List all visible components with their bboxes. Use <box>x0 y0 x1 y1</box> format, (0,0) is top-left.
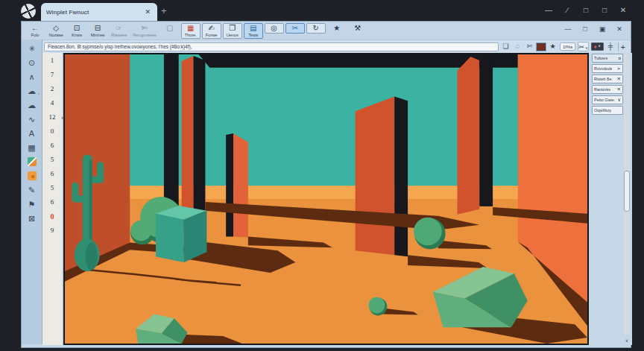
tab-close-icon[interactable]: ✕ <box>143 8 152 16</box>
toolbar-item-printer[interactable]: ▤Tews <box>244 23 263 39</box>
frame-restore-button[interactable]: □ <box>581 6 590 14</box>
window-tab[interactable]: Winplet Fwnuct ✕ <box>41 3 157 21</box>
gutter-number: 6 <box>42 167 62 181</box>
scrollbar-thumb[interactable] <box>624 171 630 212</box>
sidebar-tool-cloud-scene[interactable]: ☁▫ <box>25 85 39 97</box>
artwork-panel-c <box>356 96 408 256</box>
panel-item-0[interactable]: Tuboes¤ <box>592 54 623 63</box>
artwork-pillar-left <box>164 54 179 220</box>
desktop: { "window": { "tab_title": "Winplet Fwnu… <box>0 0 644 351</box>
app-window-controls: —□▣✕ <box>564 25 623 33</box>
export-page-icon[interactable]: ❏ <box>501 42 511 51</box>
sidebar-tool-image-frame[interactable]: ⊠ <box>25 212 39 224</box>
write-hand-icon: ✍ <box>208 24 214 33</box>
browser-logo-icon <box>21 4 36 19</box>
panel-item-3[interactable]: Rantorks✕ <box>592 85 623 94</box>
canvas-viewport[interactable] <box>63 53 589 345</box>
frame-maximize-button[interactable]: □ <box>600 6 609 14</box>
artwork-pillar-right <box>479 54 493 206</box>
panel-item-1[interactable]: Rovvdods➢ <box>592 64 623 73</box>
pen-icon: ✎ <box>28 186 35 195</box>
toolbar-item-tools[interactable]: ⚒ <box>348 23 367 34</box>
toolbar-item-back[interactable]: ←Folv <box>25 23 45 39</box>
panel-scrollbar[interactable] <box>624 54 630 335</box>
gutter-number: 2 <box>42 82 62 96</box>
app-restore-button[interactable]: □ <box>581 25 589 33</box>
gutter-number: 1 <box>42 54 62 68</box>
toolbar-item-pointer-hand[interactable]: ☞Riawses <box>109 23 129 39</box>
toolbar-item-write-hand[interactable]: ✍Forwe <box>202 23 221 39</box>
color-swatch[interactable] <box>537 43 546 51</box>
toolbar-item-grid-red[interactable]: ▦Thore. <box>181 23 201 39</box>
panel-item-label: Risteh 8e; <box>594 77 613 81</box>
sidebar-tool-cloud[interactable]: ☁ <box>25 99 39 111</box>
toolbar-item-target[interactable]: ◎ <box>265 23 284 34</box>
lasso-icon[interactable]: ◌ <box>513 42 523 51</box>
toolbar-item-shape-diamond[interactable]: ◇Nozase <box>46 23 66 39</box>
panel-item-5[interactable]: Oojefiboy <box>592 106 623 115</box>
scissors-icon: ✄ <box>142 24 148 33</box>
frame-close-button[interactable]: ✕ <box>619 6 628 14</box>
cloud-icon: ☁ <box>28 101 36 110</box>
toolbar-item-cut-blue[interactable]: ✂ <box>285 23 305 34</box>
app-window: ←Folv◇Nozase⊡Knws⊟Mmnes☞Riawses✄Rengonse… <box>21 21 631 348</box>
toolbar-item-copy-window[interactable]: ❐Uenos <box>223 23 242 39</box>
add-button[interactable]: + <box>621 42 625 51</box>
app-maximize-button[interactable]: ▣ <box>599 25 606 33</box>
gutter-number: 0 <box>42 209 62 224</box>
right-panel: Tuboes¤Rovvdods➢Risteh 8e;✕Rantorks✕Pett… <box>590 53 632 345</box>
toolbar-item-label: Mmnes <box>91 33 105 38</box>
frame-minimize-button[interactable]: — <box>544 6 553 14</box>
panel-item-icon: ✕ <box>617 76 621 82</box>
tool-sidebar: ✳⊙∧☁▫☁∿A▦✎⚑⊠ <box>22 39 42 344</box>
zoom-level[interactable]: 1f%s <box>560 42 575 51</box>
sidebar-tool-mountain[interactable]: ∧ <box>25 71 39 83</box>
address-input[interactable]: Fleacen.8on, 8t sypmse/o yisp Irethew.ov… <box>44 42 499 51</box>
toolbar-item-label: Thore. <box>185 33 197 38</box>
panel-item-4[interactable]: Petto Gwie;∨ <box>592 95 623 104</box>
image-icon: ⊡ <box>74 24 80 33</box>
artwork <box>65 54 587 344</box>
sidebar-tool-gradient-swatch[interactable] <box>25 156 39 168</box>
frame-snap-button[interactable]: ∕ <box>563 6 572 14</box>
app-close-button[interactable]: ✕ <box>616 25 623 33</box>
toolbar-item-panel-window[interactable]: ⊟Mmnes <box>88 23 107 39</box>
mountain-icon: ∧ <box>28 72 34 82</box>
gutter-number: 7 <box>42 68 62 82</box>
toolbar-item-label: Folv <box>31 33 40 38</box>
sidebar-tool-wave[interactable]: ∿ <box>25 113 39 125</box>
number-gutter: 172412›06565609 <box>42 53 62 345</box>
cut-blue-icon: ✂ <box>291 24 297 33</box>
gutter-number: 6 <box>42 139 62 153</box>
target-icon: ◎ <box>271 24 277 33</box>
tune-sliders-icon[interactable]: ╪ <box>606 42 616 51</box>
sidebar-tool-flag[interactable]: ⚑ <box>25 198 39 210</box>
toolbar-item-scissors[interactable]: ✄Rengonsess <box>130 23 158 39</box>
copy-window-icon: ❐ <box>229 24 236 33</box>
toolbar-item-star[interactable]: ★ <box>327 23 347 34</box>
sidebar-tool-person[interactable]: A <box>25 127 39 139</box>
sidebar-tool-asterisk[interactable]: ✳ <box>25 42 39 54</box>
panel-item-2[interactable]: Risteh 8e;✕ <box>592 75 623 83</box>
panel-item-icon: ✕ <box>617 86 621 92</box>
toolbar-item-image[interactable]: ⊡Knws <box>67 23 86 39</box>
scroll-down-chevron[interactable]: ∨ <box>624 338 630 343</box>
image-thumbnail[interactable] <box>591 42 604 51</box>
sidebar-tool-orange-swatch[interactable] <box>25 170 39 182</box>
sidebar-tool-pen[interactable]: ✎ <box>25 184 39 196</box>
toolbar-item-rotate[interactable]: ↻ <box>306 23 326 34</box>
cut-icon[interactable]: ✄ <box>525 42 534 51</box>
tools-icon: ⚒ <box>354 24 361 33</box>
printer-icon: ▤ <box>250 24 256 33</box>
star-icon[interactable]: ★ <box>548 42 558 51</box>
gutter-number: 0 <box>42 124 62 139</box>
shape-diamond-icon: ◇ <box>53 24 59 33</box>
panel-item-label: Oojefiboy <box>594 108 611 113</box>
app-minimize-button[interactable]: — <box>564 25 572 33</box>
cut-menu-button[interactable]: ✂∨ <box>578 42 588 51</box>
grid-red-icon: ▦ <box>187 24 194 33</box>
toolbar-item-blank-page[interactable]: ▢ <box>160 23 180 34</box>
sidebar-tool-qr-grid[interactable]: ▦ <box>25 142 39 154</box>
sidebar-tool-eye[interactable]: ⊙ <box>25 57 39 69</box>
new-tab-button[interactable]: + <box>161 5 167 16</box>
